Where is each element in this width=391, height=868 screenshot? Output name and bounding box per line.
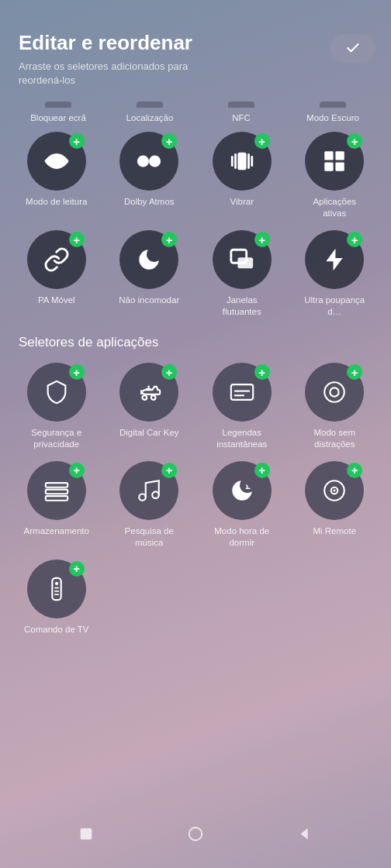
nav-square-button[interactable] <box>73 821 99 847</box>
quick-tiles-grid: + Modo de leitura + Dolby Atmos <box>0 127 391 321</box>
subtitles-icon <box>229 379 255 405</box>
nav-home-button[interactable] <box>182 821 209 847</box>
checkmark-icon <box>345 40 361 56</box>
tile-pa-movel[interactable]: + PA Móvel <box>12 230 101 318</box>
add-badge: + <box>161 364 177 380</box>
svg-point-2 <box>149 156 161 167</box>
tile-label: Janelas flutuantes <box>208 294 276 318</box>
svg-rect-5 <box>336 152 344 160</box>
tile-circle: + <box>305 230 364 289</box>
tile-modo-sem-distracoes[interactable]: + Modo sem distrações <box>291 363 379 450</box>
tile-modo-dormir[interactable]: + Modo hora de dormir <box>198 461 286 549</box>
bolt-icon <box>321 246 348 273</box>
active-tiles-row: Bloquear ecrã Localização NFC Modo Escur… <box>8 102 383 124</box>
svg-marker-34 <box>301 828 308 840</box>
svg-marker-10 <box>327 249 343 270</box>
tile-label: Legendas instantâneas <box>208 427 276 450</box>
tile-circle: + <box>27 230 86 289</box>
tile-legendas[interactable]: + Legendas instantâneas <box>198 363 286 450</box>
vibrate-icon <box>229 148 255 174</box>
tile-armazenamento[interactable]: + Armazenamento <box>12 461 101 549</box>
focus-icon <box>321 379 348 405</box>
tile-circle: + <box>213 363 272 422</box>
add-badge: + <box>69 561 85 577</box>
tile-circle: + <box>119 461 178 520</box>
active-tile-modo-escuro: Modo Escuro <box>294 102 372 124</box>
tile-modo-leitura[interactable]: + Modo de leitura <box>12 132 101 219</box>
add-badge: + <box>347 232 362 247</box>
page-container: Editar e reordenar Arraste os seletores … <box>0 0 391 868</box>
tile-label: Comando de TV <box>24 624 89 636</box>
add-badge: + <box>254 463 270 478</box>
circle-icon <box>187 825 204 842</box>
tile-pesquisa-musica[interactable]: + Pesquisa de música <box>106 461 194 549</box>
tile-label: Ultra poupança d… <box>300 294 369 318</box>
tile-circle: + <box>213 230 272 289</box>
tile-digital-car-key[interactable]: + Digital Car Key <box>106 363 194 450</box>
svg-rect-20 <box>46 490 67 494</box>
active-tile-label: Modo Escuro <box>306 112 359 124</box>
svg-point-22 <box>140 494 147 501</box>
add-badge: + <box>254 133 270 149</box>
svg-rect-14 <box>231 384 253 400</box>
app-tiles-grid: + Segurança e privacidade + Digital Car … <box>0 358 391 639</box>
tile-circle: + <box>27 560 86 618</box>
nav-back-button[interactable] <box>292 821 318 847</box>
car-key-icon <box>136 379 162 405</box>
svg-rect-21 <box>46 496 67 501</box>
remote-circle-icon <box>321 477 348 504</box>
svg-point-11 <box>143 395 147 400</box>
moon-icon <box>136 246 162 273</box>
header: Editar e reordenar Arraste os seletores … <box>0 0 391 95</box>
tile-label: Vibrar <box>230 196 254 208</box>
tile-label: Armazenamento <box>24 525 89 537</box>
tile-dolby-atmos[interactable]: + Dolby Atmos <box>106 132 194 219</box>
tile-circle: + <box>119 363 178 422</box>
active-tile-dot <box>320 102 346 108</box>
tile-label: Aplicações ativas <box>300 196 369 219</box>
page-subtitle: Arraste os seletores adicionados para re… <box>19 60 220 88</box>
svg-rect-4 <box>325 152 334 160</box>
tile-aplicacoes-ativas[interactable]: + Aplicações ativas <box>291 132 379 219</box>
active-tile-label: NFC <box>232 112 251 124</box>
active-tile-dot <box>45 102 71 108</box>
svg-point-1 <box>137 156 149 167</box>
svg-point-28 <box>55 582 58 585</box>
active-tile-dot <box>228 102 254 108</box>
svg-rect-9 <box>237 257 253 268</box>
link-icon <box>43 246 70 273</box>
tile-seguranca[interactable]: + Segurança e privacidade <box>12 363 101 450</box>
svg-point-23 <box>153 491 160 498</box>
confirm-button[interactable] <box>330 34 375 62</box>
tile-label: Não incomodar <box>119 294 179 306</box>
floating-windows-icon <box>229 246 255 273</box>
svg-rect-7 <box>336 163 344 171</box>
svg-rect-19 <box>46 483 67 487</box>
tile-circle: + <box>27 132 86 191</box>
tile-label: Segurança e privacidade <box>22 427 91 450</box>
tile-nao-incomodar[interactable]: + Não incomodar <box>106 230 194 318</box>
tile-comando-tv[interactable]: + Comando de TV <box>12 560 101 636</box>
bottom-nav <box>0 815 391 852</box>
add-badge: + <box>347 463 362 478</box>
active-tile-dot <box>137 102 163 108</box>
add-badge: + <box>347 364 362 380</box>
dolby-icon <box>136 148 162 174</box>
svg-point-17 <box>330 388 339 396</box>
tile-ultra-poupanca[interactable]: + Ultra poupança d… <box>291 230 379 318</box>
svg-rect-6 <box>325 163 334 171</box>
active-tile-label: Localização <box>126 112 174 124</box>
active-tile-bloquear: Bloquear ecrã <box>19 102 97 124</box>
tile-vibrar[interactable]: + Vibrar <box>198 132 286 219</box>
page-title: Editar e reordenar <box>19 31 220 55</box>
tile-mi-remote[interactable]: + Mi Remote <box>291 461 379 549</box>
tile-janelas-flutuantes[interactable]: + Janelas flutuantes <box>198 230 286 318</box>
sleep-icon <box>229 477 255 504</box>
back-triangle-icon <box>296 825 313 842</box>
tile-label: Pesquisa de música <box>115 525 183 549</box>
eye-icon <box>43 148 70 174</box>
add-badge: + <box>69 364 85 380</box>
shield-icon <box>43 379 70 405</box>
tile-label: Modo de leitura <box>26 196 87 208</box>
tile-circle: + <box>213 461 272 520</box>
